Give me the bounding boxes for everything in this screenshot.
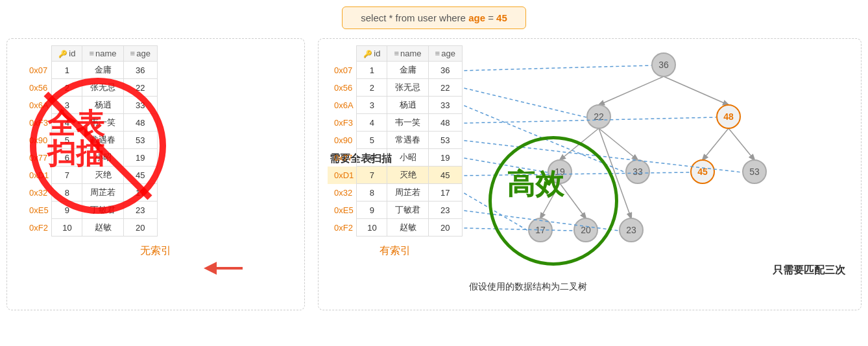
left-table-row: 0x90 5 常遇春 53 — [23, 132, 157, 149]
row-name: 张无忌 — [82, 79, 123, 97]
tree-node-23: 23 — [620, 218, 643, 242]
row-addr: 0x90 — [328, 132, 357, 149]
row-id: 2 — [52, 79, 82, 97]
row-name: 常遇春 — [387, 132, 428, 149]
svg-text:22: 22 — [594, 111, 604, 122]
svg-text:36: 36 — [658, 60, 669, 70]
row-age: 48 — [123, 114, 157, 132]
row-addr: 0xD1 — [23, 167, 52, 184]
row-id: 4 — [357, 114, 387, 132]
row-addr: 0xF3 — [328, 114, 357, 132]
row-id: 8 — [357, 184, 387, 202]
left-table-row: 0x07 1 金庸 36 — [23, 62, 157, 79]
row-name: 小昭 — [82, 149, 123, 167]
row-addr: 0x90 — [23, 132, 52, 149]
row-age: 53 — [428, 132, 462, 149]
svg-marker-2 — [204, 262, 243, 275]
right-table-row: 0xE5 9 丁敏君 23 — [328, 202, 462, 219]
right-table-row: 0xD1 7 灭绝 45 — [328, 167, 462, 184]
row-id: 1 — [52, 62, 82, 79]
row-addr: 0xE5 — [328, 202, 357, 219]
row-name: 金庸 — [387, 62, 428, 79]
left-table-row: 0x6A 3 杨逍 33 — [23, 97, 157, 114]
right-panel: id name age 0x07 1 金庸 36 0x56 2 张无忌 22 0… — [318, 38, 862, 310]
row-age: 53 — [123, 132, 157, 149]
row-name: 灭绝 — [82, 167, 123, 184]
svg-line-9 — [540, 183, 560, 218]
left-table-row: 0xF3 4 韦一笑 48 — [23, 114, 157, 132]
row-id: 4 — [52, 114, 82, 132]
col-name: name — [82, 46, 123, 62]
col-age: age — [123, 46, 157, 62]
row-name: 韦一笑 — [387, 114, 428, 132]
tree-node-17: 17 — [529, 218, 552, 242]
row-id: 8 — [52, 184, 82, 202]
svg-line-5 — [560, 128, 599, 160]
row-age: 45 — [123, 167, 157, 184]
svg-text:45: 45 — [697, 167, 708, 177]
query-box: select * from user where age = 45 — [342, 6, 526, 29]
row-id: 10 — [52, 219, 82, 236]
right-table-row: 0x6A 3 杨逍 33 — [328, 97, 462, 114]
row-id: 3 — [52, 97, 82, 114]
row-name: 丁敏君 — [387, 202, 428, 219]
tree-node-36: 36 — [652, 53, 675, 76]
row-addr: 0xE5 — [23, 202, 52, 219]
row-id: 9 — [52, 202, 82, 219]
left-table-row: 0xD1 7 灭绝 45 — [23, 167, 157, 184]
tree-svg: 36224819334553172023 — [463, 45, 852, 298]
row-addr: 0xF2 — [328, 219, 357, 236]
right-table-container: id name age 0x07 1 金庸 36 0x56 2 张无忌 22 0… — [328, 45, 463, 298]
row-addr: 0x6A — [23, 97, 52, 114]
right-table-row: 0xF3 4 韦一笑 48 — [328, 114, 462, 132]
right-col-age: age — [428, 46, 462, 62]
row-addr: 0x07 — [328, 62, 357, 79]
left-table-row: 0x56 2 张无忌 22 — [23, 79, 157, 97]
row-age: 20 — [428, 219, 462, 236]
right-col-name: name — [387, 46, 428, 62]
left-table-row: 0x32 8 周芷若 17 — [23, 184, 157, 202]
row-age: 22 — [428, 79, 462, 97]
right-table-row: 0x56 2 张无忌 22 — [328, 79, 462, 97]
row-id: 6 — [357, 149, 387, 167]
row-addr: 0x32 — [328, 184, 357, 202]
tree-node-19: 19 — [548, 160, 572, 183]
row-id: 3 — [357, 97, 387, 114]
row-addr: 0xF3 — [23, 114, 52, 132]
row-addr: 0xD1 — [328, 167, 357, 184]
row-name: 周芷若 — [387, 184, 428, 202]
query-field: age — [468, 12, 485, 23]
svg-text:20: 20 — [581, 225, 591, 235]
right-table-row: 0x90 5 常遇春 53 — [328, 132, 462, 149]
row-age: 22 — [123, 79, 157, 97]
svg-line-7 — [703, 128, 729, 160]
left-table-row: 0xF2 10 赵敏 20 — [23, 219, 157, 236]
svg-text:19: 19 — [555, 167, 565, 177]
query-value: 45 — [496, 12, 507, 23]
row-id: 10 — [357, 219, 387, 236]
row-id: 2 — [357, 79, 387, 97]
row-name: 灭绝 — [387, 167, 428, 184]
tree-node-22: 22 — [587, 105, 610, 128]
row-addr: 0xF2 — [23, 219, 52, 236]
row-name: 韦一笑 — [82, 114, 123, 132]
svg-text:17: 17 — [535, 225, 546, 235]
row-addr: 0x56 — [23, 79, 52, 97]
row-name: 周芷若 — [82, 184, 123, 202]
row-id: 7 — [357, 167, 387, 184]
row-age: 19 — [428, 149, 462, 167]
has-index-label: 有索引 — [328, 244, 463, 258]
row-age: 33 — [428, 97, 462, 114]
svg-line-10 — [560, 183, 586, 218]
row-addr: 0x07 — [23, 62, 52, 79]
row-id: 1 — [357, 62, 387, 79]
row-addr: 0x77 — [328, 149, 357, 167]
row-age: 20 — [123, 219, 157, 236]
row-addr: 0x6A — [328, 97, 357, 114]
tree-node-20: 20 — [574, 218, 597, 242]
row-age: 33 — [123, 97, 157, 114]
row-name: 小昭 — [387, 149, 428, 167]
row-id: 5 — [357, 132, 387, 149]
query-op: = — [485, 12, 496, 23]
right-table: id name age 0x07 1 金庸 36 0x56 2 张无忌 22 0… — [328, 45, 463, 236]
